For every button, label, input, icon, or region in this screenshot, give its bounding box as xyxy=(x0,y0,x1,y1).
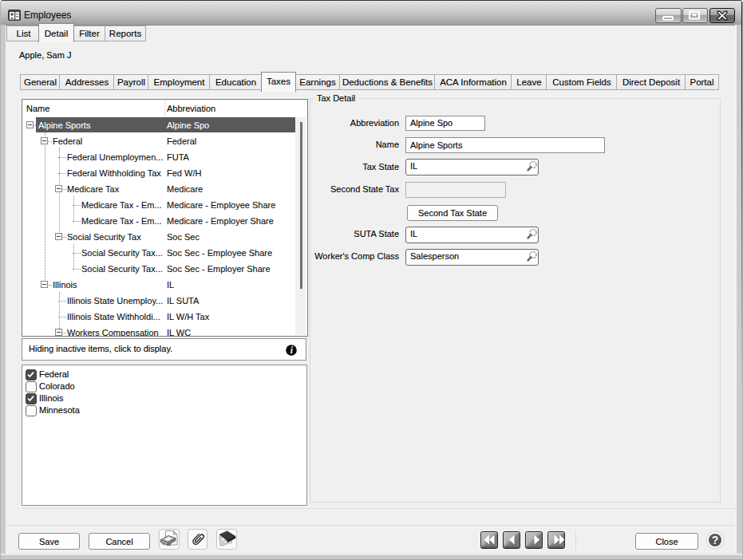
svg-text:?: ? xyxy=(712,534,719,546)
